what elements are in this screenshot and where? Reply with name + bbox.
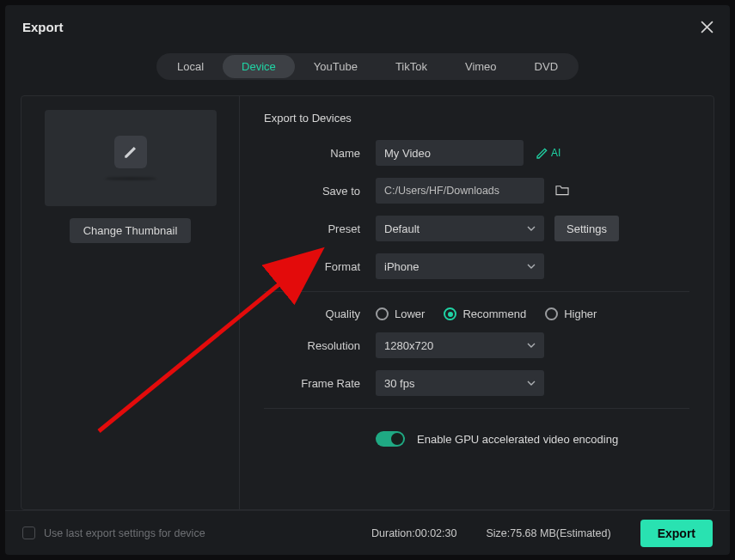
ai-label: AI [551, 147, 560, 159]
export-tabs-inner: Local Device YouTube TikTok Vimeo DVD [156, 53, 579, 80]
saveto-label: Save to [264, 185, 376, 198]
thumbnail-panel: Change Thumbnail [21, 96, 240, 509]
resolution-label: Resolution [264, 339, 376, 352]
tab-device[interactable]: Device [223, 55, 295, 78]
duration-display: Duration:00:02:30 [371, 527, 456, 539]
chevron-down-icon [527, 377, 536, 390]
folder-icon [554, 184, 570, 196]
ai-name-button[interactable]: AI [536, 146, 560, 160]
row-name: Name AI [264, 140, 689, 166]
resolution-select[interactable]: 1280x720 [376, 332, 544, 358]
name-label: Name [264, 147, 376, 160]
quality-recommend-label: Recommend [462, 307, 526, 320]
close-button[interactable] [695, 15, 718, 38]
quality-lower-label: Lower [395, 307, 425, 320]
dialog-header: Export [5, 5, 730, 41]
row-quality: Quality Lower Recommend Higher [264, 307, 689, 320]
export-button[interactable]: Export [640, 520, 713, 547]
name-input[interactable] [376, 140, 524, 166]
thumbnail-shadow [105, 177, 156, 180]
quality-radios: Lower Recommend Higher [376, 307, 597, 320]
row-framerate: Frame Rate 30 fps [264, 370, 689, 396]
dialog-title: Export [22, 20, 64, 34]
quality-lower-radio[interactable]: Lower [376, 307, 425, 320]
form-divider [264, 408, 689, 409]
radio-icon [545, 307, 558, 320]
quality-label: Quality [264, 307, 376, 320]
export-dialog: Export Local Device YouTube TikTok Vimeo… [5, 5, 730, 555]
chevron-down-icon [527, 260, 536, 273]
uselast-checkbox[interactable] [22, 527, 35, 539]
preset-value: Default [384, 222, 420, 235]
form-panel: Export to Devices Name AI Save to C:/Use… [240, 96, 714, 509]
row-preset: Preset Default Settings [264, 216, 689, 241]
browse-folder-button[interactable] [554, 184, 570, 198]
format-select[interactable]: iPhone [376, 253, 544, 279]
chevron-down-icon [527, 222, 536, 235]
resolution-value: 1280x720 [384, 339, 433, 352]
format-label: Format [264, 260, 376, 273]
size-display: Size:75.68 MB(Estimated) [486, 527, 610, 539]
section-title: Export to Devices [264, 112, 689, 125]
radio-icon [444, 307, 456, 320]
gpu-label: Enable GPU accelerated video encoding [417, 433, 618, 446]
format-value: iPhone [384, 260, 419, 273]
row-format: Format iPhone [264, 253, 689, 279]
preset-settings-button[interactable]: Settings [554, 216, 619, 241]
export-tabs: Local Device YouTube TikTok Vimeo DVD [5, 53, 730, 80]
quality-recommend-radio[interactable]: Recommend [444, 307, 526, 320]
row-resolution: Resolution 1280x720 [264, 332, 689, 358]
dialog-body: Change Thumbnail Export to Devices Name … [21, 95, 714, 510]
radio-icon [376, 307, 389, 320]
row-gpu: Enable GPU accelerated video encoding [376, 431, 689, 447]
pencil-icon [114, 136, 147, 168]
pen-ai-icon [536, 146, 549, 160]
tab-vimeo[interactable]: Vimeo [446, 55, 516, 78]
preset-label: Preset [264, 222, 376, 235]
saveto-path[interactable]: C:/Users/HF/Downloads [376, 178, 544, 204]
quality-higher-label: Higher [564, 307, 597, 320]
form-divider [264, 291, 689, 292]
tab-tiktok[interactable]: TikTok [377, 55, 446, 78]
close-icon [701, 21, 714, 33]
preset-select[interactable]: Default [376, 216, 544, 241]
tab-local[interactable]: Local [158, 55, 223, 78]
chevron-down-icon [527, 339, 536, 352]
dialog-footer: Use last export settings for device Dura… [5, 510, 730, 555]
thumbnail-preview [45, 110, 217, 206]
tab-dvd[interactable]: DVD [516, 55, 577, 78]
framerate-label: Frame Rate [264, 377, 376, 390]
row-saveto: Save to C:/Users/HF/Downloads [264, 178, 689, 204]
change-thumbnail-button[interactable]: Change Thumbnail [70, 218, 192, 243]
framerate-value: 30 fps [384, 377, 414, 390]
quality-higher-radio[interactable]: Higher [545, 307, 597, 320]
uselast-label: Use last export settings for device [44, 527, 205, 539]
framerate-select[interactable]: 30 fps [376, 370, 544, 396]
gpu-toggle[interactable] [376, 431, 405, 447]
tab-youtube[interactable]: YouTube [295, 55, 377, 78]
